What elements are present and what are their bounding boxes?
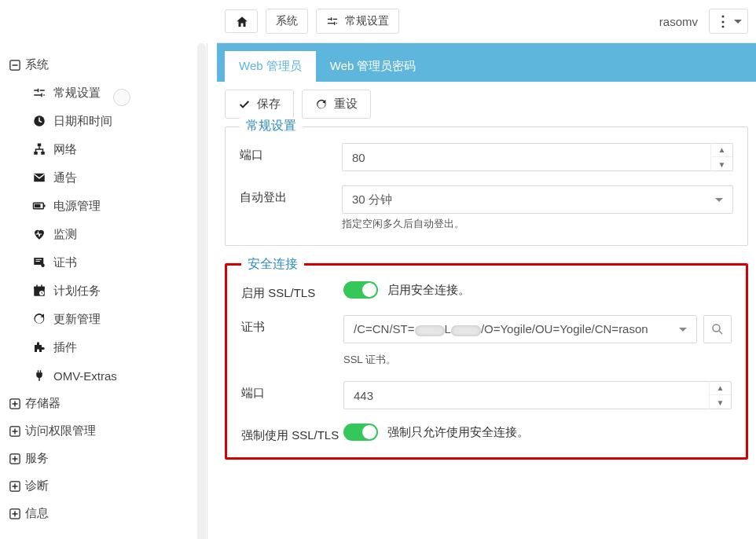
tab-web-admin-password[interactable]: Web 管理员密码 xyxy=(316,51,431,82)
calendar-icon xyxy=(31,283,47,299)
sidebar-item-diagnostics[interactable]: 诊断 xyxy=(0,472,207,500)
cert-select[interactable]: /C=CN/ST=L/O=Yogile/OU=Yogile/CN=rason xyxy=(343,315,697,343)
sidebar-item-notification[interactable]: 通告 xyxy=(0,163,207,192)
breadcrumb-system-label: 系统 xyxy=(276,14,298,28)
sidebar-item-access[interactable]: 访问权限管理 xyxy=(0,417,207,445)
plug-icon xyxy=(31,368,47,383)
svg-rect-3 xyxy=(38,144,42,147)
expand-icon[interactable] xyxy=(9,426,20,437)
row-forcessl-force: 强制使用 SSL/TLS 强制只允许使用安全连接。 xyxy=(241,424,732,443)
ssl-port-step-up[interactable]: ▲ xyxy=(710,381,731,395)
tab-web-admin[interactable]: Web 管理员 xyxy=(225,51,316,82)
masked-text xyxy=(451,325,481,336)
topbar: 系统 常规设置 rasomv ⋮ xyxy=(217,0,756,43)
sidebar-item-label: 更新管理 xyxy=(53,312,101,327)
sidebar-item-omv-extras[interactable]: OMV-Extras xyxy=(0,361,207,390)
puzzle-icon xyxy=(31,339,47,355)
reset-button[interactable]: 重设 xyxy=(302,90,371,119)
breadcrumb-system-button[interactable]: 系统 xyxy=(266,9,308,34)
port-label: 端口 xyxy=(240,143,342,163)
sidebar-item-label: 插件 xyxy=(53,340,77,355)
sidebar-item-general[interactable]: 常规设置 xyxy=(0,79,207,107)
expand-icon[interactable] xyxy=(9,508,20,519)
sidebar-item-label: 服务 xyxy=(25,451,49,466)
check-icon xyxy=(238,98,251,111)
fieldset-general-legend: 常规设置 xyxy=(240,118,303,134)
chevron-down-icon xyxy=(734,20,742,24)
cert-label: 证书 xyxy=(241,315,343,335)
fieldset-secure-legend: 安全连接 xyxy=(241,256,304,273)
sidebar-item-storage[interactable]: 存储器 xyxy=(0,390,207,417)
sidebar-item-certs[interactable]: 证书 xyxy=(0,248,207,277)
sidebar-item-system[interactable]: 系统 xyxy=(0,51,207,79)
refresh-icon xyxy=(315,98,328,111)
header-left-blank xyxy=(0,0,217,43)
timeout-select[interactable]: 30 分钟 xyxy=(342,185,733,214)
svg-rect-15 xyxy=(41,285,42,288)
save-button[interactable]: 保存 xyxy=(225,90,294,119)
certificate-icon xyxy=(31,255,47,270)
enable-ssl-label: 启用 SSL/TLS xyxy=(241,281,343,301)
sidebar-item-monitoring[interactable]: 监测 xyxy=(0,220,207,248)
sidebar-item-schedule[interactable]: 计划任务 xyxy=(0,277,207,305)
tabbar: Web 管理员 Web 管理员密码 xyxy=(217,43,756,82)
fieldset-general: 常规设置 端口 ▲ ▼ 自动登出 30 分钟 xyxy=(225,126,748,246)
sidebar-item-datetime[interactable]: 日期和时间 xyxy=(0,107,207,135)
tab-label: Web 管理员 xyxy=(239,59,302,72)
breadcrumb-general-button[interactable]: 常规设置 xyxy=(316,9,399,34)
sidebar-item-label: OMV-Extras xyxy=(53,369,117,383)
ssl-port-input[interactable] xyxy=(344,389,709,402)
cert-value: /C=CN/ST=L/O=Yogile/OU=Yogile/CN=rason xyxy=(354,322,648,336)
svg-rect-8 xyxy=(44,205,46,207)
svg-rect-25 xyxy=(14,456,15,461)
chevron-down-icon xyxy=(679,328,687,332)
timeout-help: 指定空闲多久后自动登出。 xyxy=(342,217,733,231)
expand-icon[interactable] xyxy=(9,398,20,409)
sidebar-item-power[interactable]: 电源管理 xyxy=(0,192,207,220)
row-cert: 证书 /C=CN/ST=L/O=Yogile/OU=Yogile/CN=raso… xyxy=(241,315,732,367)
port-step-down[interactable]: ▼ xyxy=(711,157,732,171)
timeout-value: 30 分钟 xyxy=(352,192,392,207)
svg-rect-4 xyxy=(34,152,38,155)
sidebar-item-info[interactable]: 信息 xyxy=(0,500,207,527)
row-timeout: 自动登出 30 分钟 指定空闲多久后自动登出。 xyxy=(240,185,733,231)
sidebar-item-label: 通告 xyxy=(53,170,77,185)
ssl-port-step-down[interactable]: ▼ xyxy=(710,395,731,409)
collapse-icon[interactable] xyxy=(9,60,20,71)
ssl-port-label: 端口 xyxy=(241,381,343,401)
force-ssl-toggle[interactable] xyxy=(343,424,378,441)
cert-search-button[interactable] xyxy=(703,315,732,343)
row-enable-ssl: 启用 SSL/TLS 启用安全连接。 xyxy=(241,281,732,301)
force-ssl-label: 强制使用 SSL/TLS xyxy=(241,424,343,443)
sidebar-item-network[interactable]: 网络 xyxy=(0,135,207,163)
user-area: rasomv ⋮ xyxy=(659,9,748,34)
user-menu-button[interactable]: ⋮ xyxy=(709,9,748,34)
port-step-up[interactable]: ▲ xyxy=(711,143,732,157)
home-button[interactable] xyxy=(225,9,258,33)
content-area: Web 管理员 Web 管理员密码 保存 重设 常规设置 端口 xyxy=(217,43,756,539)
sidebar-item-update[interactable]: 更新管理 xyxy=(0,305,207,333)
ssl-port-input-wrapper: ▲ ▼ xyxy=(343,381,732,409)
chevron-down-icon xyxy=(715,198,723,202)
expand-icon[interactable] xyxy=(9,453,20,464)
port-input-wrapper: ▲ ▼ xyxy=(342,143,733,171)
sliders-icon xyxy=(326,15,339,28)
expand-icon[interactable] xyxy=(9,481,20,492)
sidebar-item-label: 日期和时间 xyxy=(53,114,112,129)
refresh-icon xyxy=(31,311,47,327)
sidebar-item-label: 存储器 xyxy=(25,396,61,411)
reset-label: 重设 xyxy=(334,97,358,112)
sidebar-item-label: 系统 xyxy=(25,57,49,72)
sidebar-item-label: 电源管理 xyxy=(53,199,101,214)
svg-point-11 xyxy=(41,264,45,268)
sidebar-item-services[interactable]: 服务 xyxy=(0,445,207,472)
svg-rect-19 xyxy=(14,401,15,406)
port-input[interactable] xyxy=(343,151,710,164)
row-ssl-port: 端口 ▲ ▼ xyxy=(241,381,732,409)
home-icon xyxy=(235,15,248,28)
enable-ssl-toggle[interactable] xyxy=(343,281,378,299)
kebab-icon: ⋮ xyxy=(716,13,729,30)
sidebar-item-plugins[interactable]: 插件 xyxy=(0,333,207,361)
svg-rect-9 xyxy=(35,204,41,208)
breadcrumb-general-label: 常规设置 xyxy=(345,14,389,28)
